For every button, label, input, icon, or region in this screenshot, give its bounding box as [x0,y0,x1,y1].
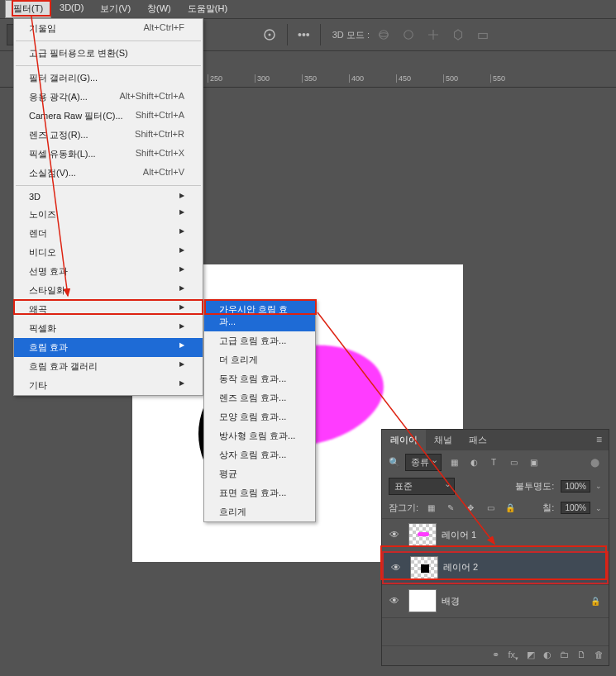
panel-tabs: 레이어 채널 패스 ≡ [382,430,609,450]
divider [320,24,321,45]
menu-item[interactable]: 왜곡 [14,300,203,319]
orbit-icon[interactable] [259,24,280,45]
layer-name[interactable]: 레이어 1 [442,529,476,541]
menu-item[interactable]: 픽셀 유동화(L)...Shift+Ctrl+X [14,145,203,164]
filter-pixel-icon[interactable]: ▦ [446,455,461,469]
ruler-mark: 450 [396,74,411,83]
layer-list: 👁 레이어 1 👁 레이어 2 👁 배경 🔒 [382,518,609,617]
menu-view[interactable]: 보기(V) [92,0,139,18]
submenu-item[interactable]: 흐리게 [204,502,315,521]
layers-panel: 레이어 채널 패스 ≡ 🔍 종류 ▦ ◐ T ▭ ▣ ⬤ 표준 불투명도: 10… [381,429,609,666]
layer-thumbnail[interactable] [408,589,437,612]
menu-item[interactable]: 응용 광각(A)...Alt+Shift+Ctrl+A [14,88,203,107]
3d-orbit-icon[interactable] [373,24,394,45]
visibility-eye-icon[interactable]: 👁 [387,562,405,574]
layer-row[interactable]: 👁 배경 🔒 [382,584,609,617]
menu-item[interactable]: 3D [14,188,203,205]
svg-rect-5 [479,34,488,39]
filter-shape-icon[interactable]: ▭ [506,455,521,469]
menu-help[interactable]: 도움말(H) [179,0,236,18]
lock-position-icon[interactable]: ✎ [443,502,458,515]
submenu-item[interactable]: 동작 흐림 효과... [204,369,315,388]
opacity-value[interactable]: 100% [561,480,590,493]
menu-item[interactable]: 소실점(V)...Alt+Ctrl+V [14,164,203,183]
submenu-item[interactable]: 더 흐리게 [204,350,315,369]
tab-paths[interactable]: 패스 [461,430,495,450]
menu-item[interactable]: 렌즈 교정(R)...Shift+Ctrl+R [14,126,203,145]
menu-item[interactable]: 스타일화 [14,281,203,300]
menu-item[interactable]: Camera Raw 필터(C)...Shift+Ctrl+A [14,107,203,126]
menu-filter[interactable]: 필터(T) [5,0,51,18]
blur-submenu[interactable]: 가우시안 흐림 효과...고급 흐림 효과...더 흐리게동작 흐림 효과...… [203,299,316,522]
adjustment-icon[interactable]: ◐ [543,650,552,662]
filter-toggle[interactable]: ⬤ [587,455,602,469]
filter-smart-icon[interactable]: ▣ [526,455,541,469]
group-icon[interactable]: 🗀 [560,650,569,662]
ruler-mark: 500 [443,74,458,83]
svg-point-1 [269,34,271,36]
3d-move-icon[interactable] [423,24,444,45]
fill-label: 칠: [542,502,554,514]
lock-all-icon[interactable]: 🔒 [503,502,518,515]
submenu-item[interactable]: 상자 흐림 효과... [204,445,315,464]
menu-item[interactable]: 흐림 효과 [14,338,203,357]
menu-item[interactable]: 기타 [14,376,203,395]
filter-adjust-icon[interactable]: ◐ [466,455,481,469]
layer-name[interactable]: 레이어 2 [443,561,478,574]
menu-item[interactable]: 필터 갤러리(G)... [14,69,203,88]
fx-icon[interactable]: fx▾ [508,650,518,662]
3d-roll-icon[interactable] [398,24,419,45]
layer-thumbnail[interactable] [408,523,437,546]
fill-value[interactable]: 100% [561,502,590,514]
menu-item[interactable]: 선명 효과 [14,262,203,281]
lock-artboard-icon[interactable]: ▭ [483,502,498,515]
new-layer-icon[interactable]: 🗋 [577,650,586,662]
menu-item[interactable]: 고급 필터용으로 변환(S) [14,44,203,63]
lock-pixels-icon[interactable]: ▦ [423,502,438,515]
svg-point-2 [380,31,389,40]
submenu-item[interactable]: 모양 흐림 효과... [204,407,315,426]
menu-item[interactable]: 렌더 [14,224,203,243]
layer-row[interactable]: 👁 레이어 1 [382,518,609,551]
menu-item[interactable]: 흐림 효과 갤러리 [14,357,203,376]
layer-thumbnail[interactable] [410,556,438,579]
filter-type-icon[interactable]: T [486,455,501,469]
menu-item[interactable]: 비디오 [14,243,203,262]
link-icon[interactable]: ⚭ [492,650,499,662]
layer-name[interactable]: 배경 [442,595,460,607]
menu-item[interactable]: 기울임Alt+Ctrl+F [14,19,203,38]
blend-mode-select[interactable]: 표준 [389,478,455,495]
submenu-item[interactable]: 렌즈 흐림 효과... [204,388,315,407]
submenu-item[interactable]: 평균 [204,464,315,483]
visibility-eye-icon[interactable]: 👁 [385,595,404,607]
divider [287,24,288,45]
filter-menu[interactable]: 기울임Alt+Ctrl+F고급 필터용으로 변환(S)필터 갤러리(G)...응… [13,18,203,396]
submenu-item[interactable]: 방사형 흐림 효과... [204,426,315,445]
filter-type-select[interactable]: 종류 [405,454,442,471]
trash-icon[interactable]: 🗑 [595,650,604,662]
3d-slide-icon[interactable] [447,24,469,45]
ruler-mark: 400 [349,74,364,83]
submenu-item[interactable]: 고급 흐림 효과... [204,331,315,350]
lock-icon: 🔒 [590,597,605,606]
visibility-eye-icon[interactable]: 👁 [385,529,404,540]
menu-window[interactable]: 창(W) [139,0,179,18]
menu-item[interactable]: 픽셀화 [14,319,203,338]
menu-3d[interactable]: 3D(D) [51,0,92,18]
tab-layers[interactable]: 레이어 [382,430,426,450]
panel-menu-icon[interactable]: ≡ [590,430,609,450]
3d-scale-icon[interactable] [472,24,494,45]
mode-label: 3D 모드 : [332,29,370,41]
lock-move-icon[interactable]: ✥ [463,502,478,515]
menu-item[interactable]: 노이즈 [14,205,203,224]
tab-channels[interactable]: 채널 [426,430,461,450]
layer-row[interactable]: 👁 레이어 2 [382,551,609,584]
ruler-mark: 350 [302,74,317,83]
panel-footer: ⚭ fx▾ ◩ ◐ 🗀 🗋 🗑 [382,645,609,665]
submenu-item[interactable]: 가우시안 흐림 효과... [204,300,315,331]
submenu-item[interactable]: 표면 흐림 효과... [204,483,315,502]
mask-icon[interactable]: ◩ [527,650,535,662]
search-icon: 🔍 [389,457,400,468]
dots-icon[interactable]: ••• [294,25,313,45]
svg-point-4 [404,31,413,40]
